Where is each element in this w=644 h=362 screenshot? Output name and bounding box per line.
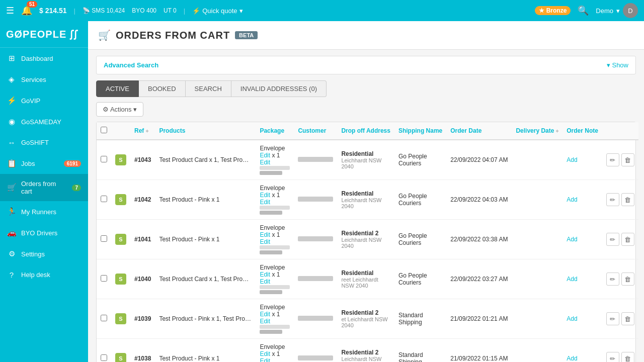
edit-link-1[interactable]: Edit — [260, 271, 270, 278]
add-note-link[interactable]: Add — [567, 315, 577, 322]
tab-active[interactable]: ACTIVE — [96, 80, 139, 97]
select-all-checkbox[interactable] — [101, 127, 107, 133]
row-select-checkbox[interactable] — [101, 315, 107, 321]
row-ref[interactable]: #1040 — [130, 259, 155, 299]
sidebar-item-dashboard[interactable]: ⊞ Dashboard — [0, 48, 88, 69]
delete-row-button[interactable]: 🗑 — [621, 273, 634, 286]
edit-link-1[interactable]: Edit — [260, 350, 270, 357]
row-note[interactable]: Add — [562, 299, 602, 339]
search-icon[interactable]: 🔍 — [578, 5, 589, 16]
row-select-checkbox[interactable] — [101, 275, 107, 282]
row-ref[interactable]: #1038 — [130, 339, 155, 363]
row-note[interactable]: Add — [562, 220, 602, 259]
edit-link-1[interactable]: Edit — [260, 152, 270, 159]
edit-link-2[interactable]: Edit — [260, 199, 270, 206]
edit-row-button[interactable]: ✏ — [606, 352, 619, 362]
row-checkbox[interactable] — [97, 259, 111, 299]
delete-row-button[interactable]: 🗑 — [621, 193, 634, 206]
sidebar-item-gosameday[interactable]: ◉ GoSAMEDAY — [0, 111, 88, 132]
sidebar-item-byo-drivers[interactable]: 🚗 BYO Drivers — [0, 222, 88, 243]
sidebar-item-goshift[interactable]: ↔ GoSHIFT — [0, 132, 88, 153]
sidebar-item-jobs[interactable]: 📋 Jobs 6191 — [0, 153, 88, 174]
add-note-link[interactable]: Add — [567, 196, 577, 203]
shopify-icon: S — [115, 353, 126, 362]
user-section[interactable]: Demo ▾ D — [596, 3, 638, 18]
ref-link[interactable]: #1042 — [134, 196, 151, 203]
shopify-icon: S — [115, 234, 126, 245]
sidebar-item-my-runners[interactable]: 🏃 My Runners — [0, 201, 88, 222]
col-header-products: Products — [155, 122, 256, 140]
tab-invalid-addresses[interactable]: INVALID ADDRESSES (0) — [231, 80, 327, 97]
menu-icon[interactable]: ☰ — [6, 5, 14, 16]
row-select-checkbox[interactable] — [101, 235, 107, 242]
row-ref[interactable]: #1039 — [130, 299, 155, 339]
row-ref[interactable]: #1041 — [130, 220, 155, 259]
row-checkbox[interactable] — [97, 220, 111, 259]
ref-link[interactable]: #1040 — [134, 276, 151, 283]
sidebar-item-orders-from-cart[interactable]: 🛒 Orders from cart 7 — [0, 174, 88, 201]
edit-link-2[interactable]: Edit — [260, 159, 270, 166]
row-select-checkbox[interactable] — [101, 156, 107, 162]
row-select-checkbox[interactable] — [101, 354, 107, 361]
advanced-search-title[interactable]: Advanced Search — [104, 61, 158, 69]
edit-link-2[interactable]: Edit — [260, 238, 270, 245]
edit-row-button[interactable]: ✏ — [606, 153, 619, 166]
row-checkbox[interactable] — [97, 180, 111, 220]
tab-search[interactable]: SEARCH — [186, 80, 231, 97]
sidebar-item-help[interactable]: ? Help desk — [0, 264, 88, 285]
sidebar-item-govip[interactable]: ⚡ GoVIP — [0, 90, 88, 111]
quick-quote-btn[interactable]: ⚡ Quick quote ▾ — [192, 7, 243, 15]
edit-row-button[interactable]: ✏ — [606, 273, 619, 286]
edit-link-1[interactable]: Edit — [260, 231, 270, 238]
add-note-link[interactable]: Add — [567, 236, 577, 243]
edit-link-2[interactable]: Edit — [260, 278, 270, 285]
nav-byo: BYO 400 — [132, 7, 156, 14]
delete-row-button[interactable]: 🗑 — [621, 233, 634, 246]
col-header-delivery-date[interactable]: Delivery Date ÷ — [512, 122, 562, 140]
row-checkbox[interactable] — [97, 140, 111, 180]
row-ref[interactable]: #1043 — [130, 140, 155, 180]
row-checkbox[interactable] — [97, 339, 111, 363]
edit-link-1[interactable]: Edit — [260, 311, 270, 318]
add-note-link[interactable]: Add — [567, 156, 577, 163]
show-link[interactable]: ▾ Show — [607, 61, 628, 69]
pkg-bar2 — [260, 290, 282, 294]
sidebar-label-dashboard: Dashboard — [21, 55, 81, 62]
delete-row-button[interactable]: 🗑 — [621, 352, 634, 362]
dropoff-line1: Residential 2 — [341, 349, 390, 356]
delete-row-button[interactable]: 🗑 — [621, 312, 634, 325]
row-checkbox[interactable] — [97, 299, 111, 339]
row-note[interactable]: Add — [562, 259, 602, 299]
ref-link[interactable]: #1038 — [134, 355, 151, 362]
row-ref[interactable]: #1042 — [130, 180, 155, 220]
ref-link[interactable]: #1043 — [134, 156, 151, 163]
bell-badge-container[interactable]: 🔔 51 — [21, 5, 32, 16]
add-note-link[interactable]: Add — [567, 355, 577, 362]
ref-link[interactable]: #1039 — [134, 315, 151, 322]
tab-booked[interactable]: BOOKED — [139, 80, 186, 97]
row-select-checkbox[interactable] — [101, 196, 107, 202]
row-shipping: Standard Shipping — [394, 339, 446, 363]
edit-link-1[interactable]: Edit — [260, 192, 270, 199]
actions-button[interactable]: ⚙ Actions ▾ — [96, 102, 143, 117]
row-note[interactable]: Add — [562, 339, 602, 363]
row-products: Test Product - Pink x 1, Test Product Ca… — [155, 299, 256, 339]
tabs: ACTIVE BOOKED SEARCH INVALID ADDRESSES (… — [96, 80, 636, 97]
delete-row-button[interactable]: 🗑 — [621, 153, 634, 166]
edit-link-2[interactable]: Edit — [260, 318, 270, 325]
sidebar-item-settings[interactable]: ⚙ Settings — [0, 243, 88, 264]
edit-row-button[interactable]: ✏ — [606, 312, 619, 325]
row-package: Envelope Edit x 1 Edit — [256, 180, 294, 220]
row-note[interactable]: Add — [562, 140, 602, 180]
table-row: S #1041 Test Product - Pink x 1 Envelope… — [97, 220, 638, 259]
row-action-btns: ✏ 🗑 — [602, 220, 638, 259]
row-note[interactable]: Add — [562, 180, 602, 220]
ref-link[interactable]: #1041 — [134, 236, 151, 243]
edit-link-2[interactable]: Edit — [260, 357, 270, 362]
add-note-link[interactable]: Add — [567, 276, 577, 283]
edit-row-button[interactable]: ✏ — [606, 193, 619, 206]
sidebar-item-services[interactable]: ◈ Services — [0, 69, 88, 90]
dropoff-line1: Residential 2 — [341, 230, 390, 237]
edit-row-button[interactable]: ✏ — [606, 233, 619, 246]
col-header-ref[interactable]: Ref ÷ — [130, 122, 155, 140]
